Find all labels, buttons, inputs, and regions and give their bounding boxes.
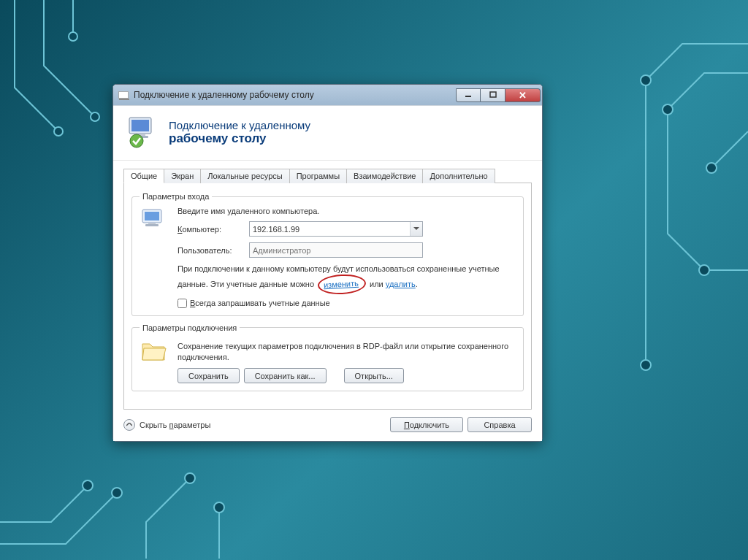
svg-point-1 <box>91 112 99 121</box>
folder-icon <box>140 338 170 384</box>
hide-parameters-toggle[interactable]: Скрыть параметры <box>123 419 210 431</box>
computer-icon <box>140 207 170 308</box>
tabstrip: Общие Экран Локальные ресурсы Программы … <box>123 168 532 183</box>
svg-point-0 <box>54 127 63 136</box>
banner-text: Подключение к удаленному рабочему столу <box>169 119 310 146</box>
conn-legend: Параметры подключения <box>140 323 240 332</box>
banner-line2: рабочему столу <box>169 131 310 146</box>
always-ask-checkbox[interactable] <box>178 299 187 308</box>
svg-rect-21 <box>148 223 156 224</box>
svg-rect-20 <box>145 212 159 220</box>
login-instruction: Введите имя удаленного компьютера. <box>178 207 516 215</box>
always-ask-label[interactable]: Всегда запрашивать учетные данные <box>190 299 330 307</box>
svg-point-9 <box>83 480 93 491</box>
tab-experience[interactable]: Взаимодействие <box>346 169 423 183</box>
maximize-button[interactable] <box>481 88 505 102</box>
login-legend: Параметры входа <box>140 192 212 201</box>
svg-point-11 <box>214 502 224 513</box>
svg-point-7 <box>641 360 651 370</box>
svg-rect-13 <box>490 92 496 97</box>
chevron-down-icon[interactable] <box>410 222 422 236</box>
window-title: Подключение к удаленному рабочему столу <box>134 90 456 100</box>
svg-point-10 <box>185 473 195 483</box>
chevron-up-icon <box>123 419 135 431</box>
connection-parameters-group: Параметры подключения Сохранение текущих… <box>131 323 524 392</box>
tab-general[interactable]: Общие <box>123 169 164 183</box>
minimize-button[interactable] <box>456 88 481 102</box>
svg-point-4 <box>663 104 673 115</box>
username-input <box>249 242 423 258</box>
window-controls: ✕ <box>456 88 541 102</box>
close-button[interactable]: ✕ <box>505 88 541 102</box>
connect-button[interactable]: Подключить <box>390 417 463 432</box>
computer-input[interactable] <box>249 221 423 237</box>
delete-credentials-link[interactable]: удалить <box>386 280 416 288</box>
save-as-button[interactable]: Сохранить как... <box>244 368 327 383</box>
tab-content-general: Параметры входа Введите имя удаленного <box>123 183 532 410</box>
computer-label: Компьютер: <box>178 225 249 234</box>
help-button[interactable]: Справка <box>468 417 532 432</box>
credentials-description: При подключении к данному компьютеру буд… <box>178 264 516 294</box>
banner-line1: Подключение к удаленному <box>169 119 310 131</box>
conn-description: Сохранение текущих параметров подключени… <box>178 341 516 363</box>
change-credentials-link[interactable]: изменить <box>324 279 359 289</box>
hide-parameters-label: Скрыть параметры <box>140 421 210 429</box>
svg-point-8 <box>112 488 122 498</box>
client-area: Подключение к удаленному рабочему столу … <box>113 105 542 441</box>
svg-point-18 <box>130 134 143 147</box>
app-icon <box>118 89 129 101</box>
dialog-footer: Скрыть параметры Подключить Справка <box>113 410 542 441</box>
computer-combobox[interactable] <box>249 221 423 237</box>
open-button[interactable]: Открыть... <box>344 368 404 383</box>
tab-advanced[interactable]: Дополнительно <box>422 169 495 183</box>
svg-point-6 <box>699 265 709 275</box>
svg-point-2 <box>69 32 77 41</box>
banner: Подключение к удаленному рабочему столу <box>113 106 542 161</box>
tab-local-resources[interactable]: Локальные ресурсы <box>200 169 289 183</box>
svg-rect-15 <box>131 120 149 131</box>
rdp-dialog: Подключение к удаленному рабочему столу … <box>112 84 543 442</box>
user-label: Пользователь: <box>178 246 249 255</box>
tab-programs[interactable]: Программы <box>289 169 347 183</box>
svg-point-3 <box>641 75 651 85</box>
tab-display[interactable]: Экран <box>164 169 201 183</box>
rdp-icon <box>125 115 160 150</box>
titlebar[interactable]: Подключение к удаленному рабочему столу … <box>113 85 542 105</box>
login-parameters-group: Параметры входа Введите имя удаленного <box>131 192 524 316</box>
svg-point-5 <box>706 163 717 173</box>
svg-rect-22 <box>145 224 159 226</box>
save-button[interactable]: Сохранить <box>178 368 240 383</box>
